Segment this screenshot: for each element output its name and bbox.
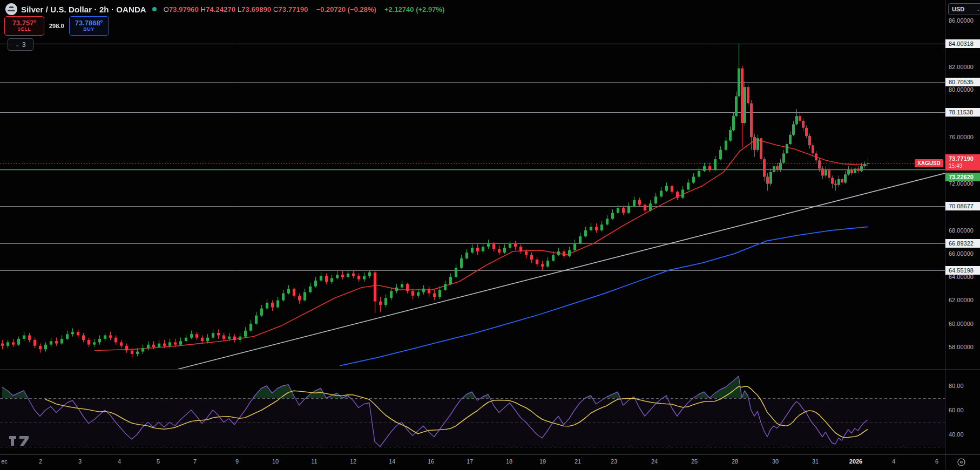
level-price-badge: 84.00318 bbox=[945, 39, 980, 48]
session-change: +2.12740 (+2.97%) bbox=[384, 5, 444, 13]
time-tick-label: 10 bbox=[272, 458, 279, 465]
time-tick-label: 24 bbox=[651, 458, 658, 465]
clock-icon[interactable] bbox=[957, 458, 966, 469]
time-tick-label: ec bbox=[1, 458, 8, 465]
time-tick-label: 17 bbox=[467, 458, 473, 465]
price-axis-border bbox=[945, 0, 945, 470]
level-price-badge: 64.55198 bbox=[945, 266, 980, 275]
time-tick-label: 7 bbox=[193, 458, 197, 465]
time-tick-label: 18 bbox=[506, 458, 512, 465]
symbol-price-tag[interactable]: XAGUSD bbox=[915, 159, 943, 167]
price-tick-label: 58.00000 bbox=[949, 344, 974, 350]
time-tick-label: 14 bbox=[389, 458, 395, 465]
drawings-count: 3 bbox=[22, 41, 26, 49]
support-price-badge: 73.22620 bbox=[945, 173, 980, 181]
price-tick-label: 68.00000 bbox=[949, 227, 974, 234]
time-tick-label: 4 bbox=[118, 458, 121, 465]
symbol-header: Silver / U.S. Dollar · 2h · OANDA O73.97… bbox=[5, 3, 444, 15]
silver-symbol-icon[interactable] bbox=[5, 3, 17, 15]
current-price-badge: 73.77190 15:49 bbox=[945, 154, 980, 171]
price-tick-label: 86.00000 bbox=[949, 17, 974, 24]
time-tick-label: 6 bbox=[935, 458, 938, 465]
tradingview-logo-icon[interactable] bbox=[9, 434, 30, 450]
time-tick-label: 2 bbox=[39, 458, 42, 465]
time-tick-label: 11 bbox=[311, 458, 317, 465]
level-price-badge: 70.08677 bbox=[945, 202, 980, 210]
rsi-tick-label: 80.00 bbox=[949, 383, 964, 389]
level-price-badge: 66.89322 bbox=[945, 239, 980, 248]
rsi-tick-label: 60.00 bbox=[949, 407, 964, 413]
time-axis-border bbox=[0, 454, 980, 455]
chevron-down-icon: ⌄ bbox=[15, 42, 19, 47]
symbol-title[interactable]: Silver / U.S. Dollar · 2h · OANDA bbox=[21, 5, 146, 14]
price-tick-label: 82.00000 bbox=[949, 64, 974, 70]
sell-button[interactable]: 73.7570 SELL bbox=[4, 16, 44, 36]
trading-app-window: Silver / U.S. Dollar · 2h · OANDA O73.97… bbox=[0, 0, 980, 470]
time-tick-label: 12 bbox=[350, 458, 356, 465]
currency-value: USD bbox=[952, 6, 964, 12]
time-tick-label: 30 bbox=[772, 458, 779, 465]
market-status-icon[interactable] bbox=[152, 7, 157, 11]
spread-value: 298.0 bbox=[44, 23, 69, 29]
price-tick-label: 60.00000 bbox=[949, 321, 974, 327]
time-year-label: 2026 bbox=[849, 458, 862, 465]
drawings-group-pill[interactable]: ⌄ 3 bbox=[8, 38, 33, 51]
currency-selector[interactable]: USD ⌄ bbox=[948, 3, 980, 15]
time-tick-label: 19 bbox=[539, 458, 546, 465]
price-tick-label: 66.00000 bbox=[949, 250, 974, 257]
chevron-down-icon: ⌄ bbox=[976, 7, 980, 12]
time-tick-label: 9 bbox=[235, 458, 239, 465]
time-tick-label: 4 bbox=[892, 458, 895, 465]
time-tick-label: 25 bbox=[691, 458, 698, 465]
level-price-badge: 78.11538 bbox=[945, 108, 980, 117]
time-tick-label: 28 bbox=[732, 458, 738, 465]
rsi-tick-label: 40.00 bbox=[949, 431, 964, 438]
price-tick-label: 62.00000 bbox=[949, 297, 974, 303]
time-tick-label: 3 bbox=[78, 458, 82, 465]
pane-divider[interactable] bbox=[0, 369, 980, 370]
time-tick-label: 5 bbox=[157, 458, 160, 465]
price-chart-canvas[interactable] bbox=[0, 0, 945, 454]
time-tick-label: 31 bbox=[812, 458, 819, 465]
price-tick-label: 80.00000 bbox=[949, 86, 974, 93]
ohlc-values: O73.97960 H74.24270 L73.69890 C73.77190 bbox=[164, 5, 308, 13]
buy-button[interactable]: 73.78680 BUY bbox=[69, 16, 109, 36]
trade-panel: 73.7570 SELL 298.0 73.78680 BUY bbox=[4, 16, 109, 36]
bar-change: −0.20720 (−0.28%) bbox=[316, 5, 376, 13]
price-tick-label: 76.00000 bbox=[949, 134, 974, 140]
time-tick-label: 21 bbox=[575, 458, 581, 465]
level-price-badge: 80.70535 bbox=[945, 78, 980, 86]
time-tick-label: 23 bbox=[611, 458, 617, 465]
time-tick-label: 16 bbox=[428, 458, 434, 465]
